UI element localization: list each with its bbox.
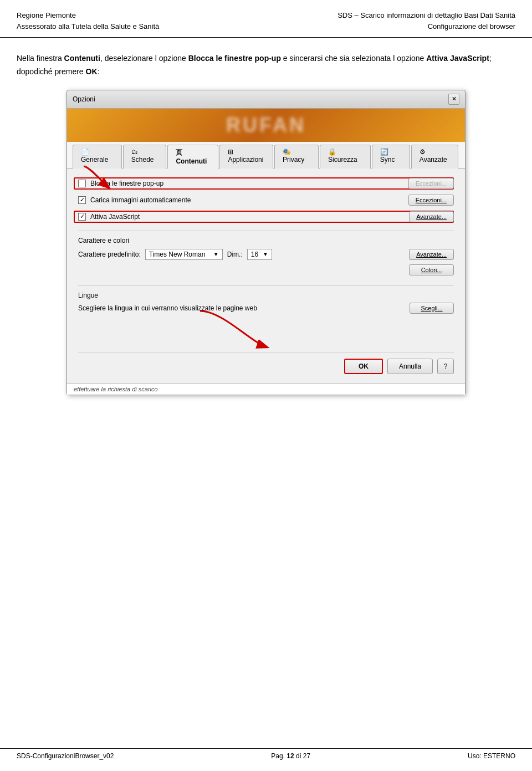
dialog-close-button[interactable]: ✕ [448, 94, 459, 105]
gear-icon: ⚙ [420, 148, 426, 156]
tab-avanzate-label: Avanzate [420, 156, 447, 164]
doc-title: SDS – Scarico informazioni di dettaglio … [337, 10, 515, 21]
dialog-tabs: 📄 Generale 🗂 Schede 页 Contenuti ⊞ Applic… [67, 142, 465, 169]
footer-doc-name: SDS-ConfigurazioniBrowser_v02 [17, 752, 114, 760]
dialog-screenshot: Opzioni ✕ RUFAN 📄 Generale 🗂 Schede 页 Co… [66, 90, 466, 395]
header-left: Regione Piemonte Assessorato alla Tutela… [17, 10, 159, 32]
page-header: Regione Piemonte Assessorato alla Tutela… [0, 0, 532, 38]
close-icon: ✕ [452, 95, 457, 103]
privacy-icon: 🎭 [283, 148, 291, 156]
page-footer: SDS-ConfigurazioniBrowser_v02 Pag. 12 di… [0, 748, 532, 760]
carattere-title: Carattere e colori [78, 237, 454, 244]
org-name: Regione Piemonte [17, 10, 159, 21]
javascript-row-container: Attiva JavaScript Avanzate... [78, 211, 454, 223]
dim-label: Dim.: [227, 251, 243, 258]
blocca-label: Blocca le finestre pop-up [90, 180, 163, 187]
avanzate-carattere-button[interactable]: Avanzate... [409, 249, 454, 260]
blocca-checkbox[interactable] [78, 180, 86, 187]
help-button[interactable]: ? [437, 359, 454, 374]
footer-di-label: di [294, 752, 303, 760]
tab-contenuti[interactable]: 页 Contenuti [167, 145, 218, 169]
tab-sicurezza-label: Sicurezza [328, 156, 357, 164]
font-value: Times New Roman [149, 251, 206, 258]
intro-bold-ok: OK [86, 67, 98, 76]
dim-select[interactable]: 16 ▼ [247, 249, 272, 260]
predefinito-label: Carattere predefinito: [78, 251, 141, 258]
arrow-container [78, 314, 454, 341]
footer-total-pages: 27 [303, 752, 310, 760]
carica-checkbox-row: Carica immagini automaticamente Eccezion… [78, 195, 454, 205]
avanzate-js-button[interactable]: Avanzate... [409, 211, 454, 222]
chevron-down-icon: ▼ [213, 251, 219, 257]
tab-applicazioni-label: Applicazioni [228, 156, 263, 164]
tab-sync[interactable]: 🔄 Sync [372, 145, 410, 169]
footer-uso-label: Uso: [468, 752, 483, 760]
intro-bold-javascript: Attiva JavaScript [426, 54, 489, 63]
footer-pag-label: Pag. [271, 752, 287, 760]
intro-bold-blocca: Blocca le finestre pop-up [188, 54, 281, 63]
intro-text-final: : [98, 67, 100, 76]
doc-subtitle: Configurazione del browser [337, 21, 515, 32]
carica-row-container: Carica immagini automaticamente Eccezion… [78, 195, 454, 205]
carattere-row: Carattere predefinito: Times New Roman ▼… [78, 249, 272, 260]
carica-label: Carica immagini automaticamente [90, 196, 191, 204]
tab-privacy-label: Privacy [283, 156, 304, 164]
tab-sicurezza[interactable]: 🔒 Sicurezza [320, 145, 371, 169]
scroll-text-bar: effettuare la richiesta di scarico [67, 383, 465, 395]
header-right: SDS – Scarico informazioni di dettaglio … [337, 10, 515, 32]
intro-paragraph: Nella finestra Contenuti, deselezionare … [17, 52, 515, 79]
carattere-section: Carattere e colori Carattere predefinito… [78, 231, 454, 278]
intro-text-mid2: e sincerarsi che sia selezionata l opzio… [281, 54, 426, 63]
tab-sync-label: Sync [380, 156, 395, 164]
tab-avanzate[interactable]: ⚙ Avanzate [411, 145, 458, 169]
scroll-text: effettuare la richiesta di scarico [74, 386, 158, 392]
carica-checkbox[interactable] [78, 196, 86, 204]
app-icon: ⊞ [228, 148, 233, 156]
lock-icon: 🔒 [328, 148, 336, 156]
javascript-checkbox-row: Attiva JavaScript Avanzate... [74, 211, 454, 223]
eccezioni-disabled-button[interactable]: Eccezioni... [408, 178, 454, 189]
ok-button[interactable]: OK [344, 359, 383, 374]
scegli-button[interactable]: Scegli... [410, 303, 454, 314]
footer-page-info: Pag. 12 di 27 [271, 752, 310, 760]
tab-schede[interactable]: 🗂 Schede [123, 145, 167, 169]
eccezioni-button[interactable]: Eccezioni... [408, 195, 454, 206]
javascript-label: Attiva JavaScript [90, 213, 140, 221]
footer-uso-value: ESTERNO [483, 752, 515, 760]
carattere-right-btns: Avanzate... Colori... [409, 249, 454, 278]
red-arrow-ok [178, 308, 289, 353]
tabs-icon: 🗂 [131, 148, 138, 156]
intro-text-before: Nella finestra [17, 54, 64, 63]
banner-area: RUFAN [67, 109, 465, 142]
intro-text-mid1: , deselezionare l opzione [100, 54, 188, 63]
dialog-title: Opzioni [73, 95, 95, 103]
colori-button[interactable]: Colori... [409, 264, 454, 275]
dim-chevron-icon: ▼ [263, 251, 268, 257]
tab-privacy[interactable]: 🎭 Privacy [274, 145, 319, 169]
main-content: Nella finestra Contenuti, deselezionare … [0, 42, 532, 405]
tab-applicazioni[interactable]: ⊞ Applicazioni [219, 145, 273, 169]
footer-page-num: 12 [287, 752, 294, 760]
org-sub: Assessorato alla Tutela della Salute e S… [17, 21, 159, 32]
footer-uso: Uso: ESTERNO [468, 752, 515, 760]
blocca-row-container: Blocca le finestre pop-up Eccezioni... [78, 177, 454, 190]
javascript-checkbox[interactable] [78, 213, 86, 221]
tab-generale-label: Generale [81, 156, 108, 164]
tab-generale[interactable]: 📄 Generale [73, 145, 122, 169]
tab-contenuti-label: Contenuti [176, 157, 207, 165]
intro-bold-contenuti: Contenuti [64, 54, 100, 63]
lingue-title: Lingue [78, 292, 454, 299]
dialog-titlebar: Opzioni ✕ [67, 90, 465, 109]
sync-icon: 🔄 [380, 148, 388, 156]
tab-schede-label: Schede [131, 156, 154, 164]
contenuti-icon: 页 [176, 149, 182, 156]
blocca-checkbox-row: Blocca le finestre pop-up Eccezioni... [74, 177, 454, 190]
page-icon: 📄 [81, 148, 89, 156]
font-select[interactable]: Times New Roman ▼ [145, 249, 223, 260]
dialog-bottom-buttons: OK Annulla ? [78, 353, 454, 374]
annulla-button[interactable]: Annulla [387, 359, 433, 374]
dim-value: 16 [251, 251, 258, 258]
banner-text: RUFAN [226, 114, 306, 137]
dialog-body: Blocca le finestre pop-up Eccezioni... C… [67, 169, 465, 383]
